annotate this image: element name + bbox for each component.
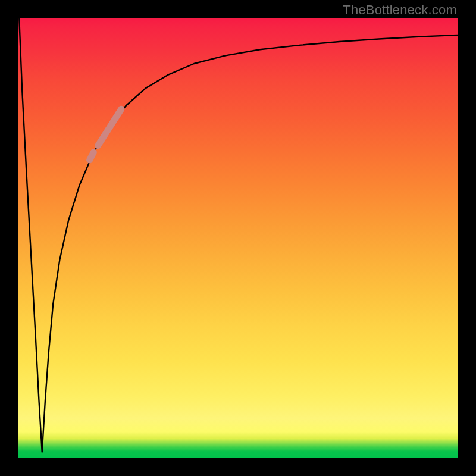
plot-area <box>18 18 458 458</box>
attribution-text: TheBottleneck.com <box>343 2 457 18</box>
highlight-group <box>90 109 121 160</box>
main-curve <box>19 18 458 452</box>
curve-svg <box>18 18 458 458</box>
top-segment <box>98 109 121 145</box>
chart-frame: TheBottleneck.com <box>0 0 476 476</box>
lower-dot <box>90 152 94 160</box>
